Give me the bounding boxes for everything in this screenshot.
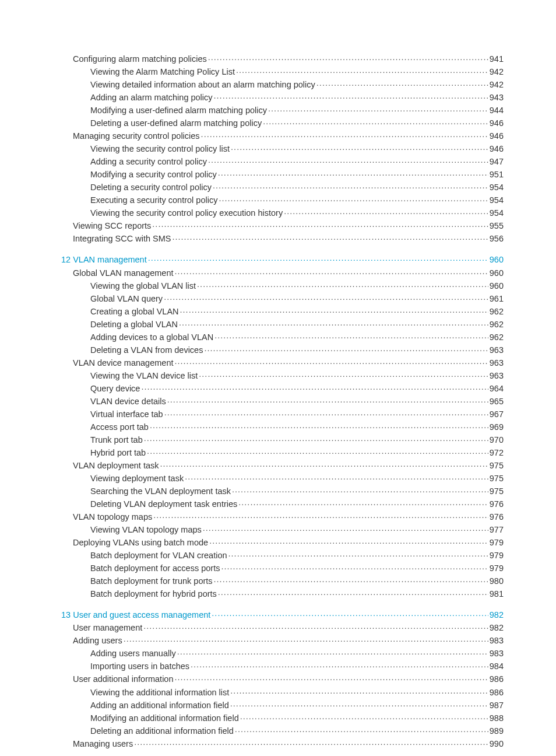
toc-leader — [143, 621, 488, 634]
toc-leader — [235, 724, 488, 737]
toc-entry[interactable]: Importing users in batches984 — [61, 660, 504, 673]
toc-entry-title: VLAN topology maps — [73, 510, 152, 523]
toc-entry[interactable]: VLAN deployment task975 — [61, 459, 504, 472]
toc-entry[interactable]: Adding users manually983 — [61, 647, 504, 660]
toc-entry[interactable]: Deploying VLANs using batch mode979 — [61, 536, 504, 549]
toc-entry[interactable]: Batch deployment for access ports979 — [61, 562, 504, 575]
toc-entry[interactable]: Access port tab969 — [61, 421, 504, 433]
toc-leader — [134, 737, 488, 750]
toc-leader — [284, 206, 488, 219]
toc-entry[interactable]: VLAN device details965 — [61, 395, 504, 408]
toc-leader — [164, 408, 488, 421]
toc-entry-title: Global VLAN query — [90, 292, 163, 305]
toc-entry[interactable]: Batch deployment for hybrid ports981 — [61, 587, 504, 600]
toc-entry[interactable]: Integrating SCC with SMS956 — [61, 232, 504, 245]
toc-entry[interactable]: Viewing the security control policy list… — [61, 142, 504, 155]
toc-entry[interactable]: Deleting a global VLAN962 — [61, 318, 504, 331]
toc-entry[interactable]: Adding devices to a global VLAN962 — [61, 331, 504, 344]
toc-chapter-entry[interactable]: 13 User and guest access management982 — [61, 608, 504, 621]
toc-entry-title: Batch deployment for VLAN creation — [90, 549, 227, 562]
toc-entry[interactable]: Virtual interface tab967 — [61, 408, 504, 421]
toc-entry-title: Modifying an additional information fiel… — [90, 712, 239, 724]
toc-entry[interactable]: Executing a security control policy954 — [61, 194, 504, 206]
toc-entry[interactable]: Batch deployment for VLAN creation979 — [61, 549, 504, 562]
toc-entry[interactable]: Viewing detailed information about an al… — [61, 78, 504, 91]
toc-entry[interactable]: Viewing VLAN topology maps977 — [61, 523, 504, 536]
toc-entry-page: 954 — [490, 181, 504, 194]
toc-entry-title: Access port tab — [90, 421, 149, 433]
toc-entry[interactable]: Viewing the security control policy exec… — [61, 206, 504, 219]
toc-entry[interactable]: Hybrid port tab972 — [61, 446, 504, 459]
toc-entry[interactable]: Global VLAN query961 — [61, 292, 504, 305]
toc-entry-page: 987 — [490, 699, 504, 712]
toc-entry-page: 979 — [490, 562, 504, 575]
toc-entry-page: 946 — [490, 130, 504, 142]
toc-leader — [185, 472, 488, 485]
toc-entry[interactable]: Viewing SCC reports955 — [61, 219, 504, 232]
toc-entry-page: 942 — [490, 78, 504, 91]
toc-entry[interactable]: Adding users983 — [61, 634, 504, 647]
toc-section: 12 VLAN management960Global VLAN managem… — [61, 253, 504, 600]
toc-entry-page: 951 — [490, 168, 504, 181]
toc-entry[interactable]: Viewing the Alarm Matching Policy List94… — [61, 65, 504, 78]
toc-leader — [152, 219, 488, 232]
toc-entry-title: Query device — [90, 382, 140, 395]
toc-entry[interactable]: Creating a global VLAN962 — [61, 305, 504, 318]
toc-leader — [218, 587, 488, 600]
toc-entry[interactable]: Searching the VLAN deployment task975 — [61, 485, 504, 498]
toc-entry[interactable]: Batch deployment for trunk ports980 — [61, 575, 504, 587]
toc-entry[interactable]: Deleting a VLAN from devices963 — [61, 344, 504, 356]
toc-entry-page: 941 — [490, 52, 504, 65]
toc-entry[interactable]: VLAN topology maps976 — [61, 510, 504, 523]
toc-entry-page: 943 — [490, 91, 504, 104]
toc-entry[interactable]: Managing users990 — [61, 737, 504, 750]
toc-entry[interactable]: Modifying a user-defined alarm matching … — [61, 104, 504, 117]
toc-entry[interactable]: Deleting VLAN deployment task entries976 — [61, 498, 504, 510]
toc-entry[interactable]: Adding an alarm matching policy943 — [61, 91, 504, 104]
toc-entry-title: Configuring alarm matching policies — [73, 52, 207, 65]
toc-entry-page: 962 — [490, 318, 504, 331]
toc-entry[interactable]: Query device964 — [61, 382, 504, 395]
toc-entry-page: 965 — [490, 395, 504, 408]
toc-entry-title: Creating a global VLAN — [90, 305, 179, 318]
toc-leader — [240, 712, 488, 724]
toc-entry[interactable]: Viewing the VLAN device list963 — [61, 369, 504, 382]
toc-entry[interactable]: Deleting an additional information field… — [61, 724, 504, 737]
toc-entry-page: 964 — [490, 382, 504, 395]
toc-leader — [221, 562, 488, 575]
toc-entry[interactable]: Managing security control policies946 — [61, 130, 504, 142]
toc-entry[interactable]: Deleting a user-defined alarm matching p… — [61, 117, 504, 130]
toc-leader — [263, 117, 488, 130]
toc-entry[interactable]: Modifying a security control policy951 — [61, 168, 504, 181]
toc-entry[interactable]: User additional information986 — [61, 673, 504, 685]
toc-entry-page: 989 — [490, 724, 504, 737]
toc-leader — [208, 52, 488, 65]
toc-entry[interactable]: Configuring alarm matching policies941 — [61, 52, 504, 65]
toc-entry[interactable]: Viewing deployment task975 — [61, 472, 504, 485]
toc-entry[interactable]: Global VLAN management960 — [61, 267, 504, 279]
toc-entry[interactable]: User management982 — [61, 621, 504, 634]
toc-entry-title: Deleting a security control policy — [90, 181, 212, 194]
toc-leader — [316, 78, 488, 91]
toc-entry[interactable]: Viewing the global VLAN list960 — [61, 279, 504, 292]
table-of-contents: Configuring alarm matching policies941Vi… — [61, 52, 504, 750]
toc-entry[interactable]: Deleting a security control policy954 — [61, 181, 504, 194]
toc-entry[interactable]: Adding an additional information field98… — [61, 699, 504, 712]
toc-entry[interactable]: VLAN device management963 — [61, 356, 504, 369]
toc-entry-page: 979 — [490, 549, 504, 562]
toc-entry-title: Viewing the security control policy list — [90, 142, 230, 155]
toc-entry-title: Batch deployment for trunk ports — [90, 575, 213, 587]
toc-leader — [167, 395, 488, 408]
toc-leader — [180, 305, 488, 318]
toc-leader — [214, 575, 488, 587]
toc-leader — [150, 421, 488, 433]
toc-entry-page: 960 — [490, 253, 504, 266]
toc-entry-page: 984 — [490, 660, 504, 673]
toc-entry-page: 961 — [490, 292, 504, 305]
toc-leader — [208, 155, 488, 168]
toc-entry[interactable]: Viewing the additional information list9… — [61, 686, 504, 699]
toc-entry[interactable]: Trunk port tab970 — [61, 433, 504, 446]
toc-entry[interactable]: Adding a security control policy947 — [61, 155, 504, 168]
toc-entry[interactable]: Modifying an additional information fiel… — [61, 712, 504, 724]
toc-chapter-entry[interactable]: 12 VLAN management960 — [61, 253, 504, 266]
